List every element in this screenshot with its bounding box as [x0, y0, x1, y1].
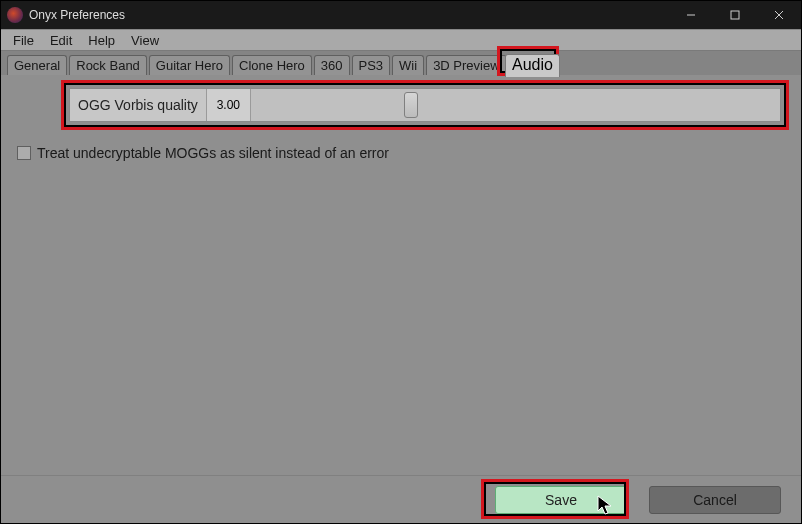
tab-clone-hero[interactable]: Clone Hero [232, 55, 312, 75]
mogg-checkbox-row: Treat undecryptable MOGGs as silent inst… [17, 145, 389, 161]
menu-view[interactable]: View [123, 32, 167, 49]
cancel-button-label: Cancel [693, 492, 737, 508]
bottom-button-bar: Save Cancel [1, 475, 801, 523]
slider-thumb[interactable] [404, 92, 418, 118]
tab-wii[interactable]: Wii [392, 55, 424, 75]
window-title: Onyx Preferences [29, 8, 669, 22]
svg-rect-0 [731, 11, 739, 19]
tab-general[interactable]: General [7, 55, 67, 75]
ogg-quality-label: OGG Vorbis quality [70, 89, 207, 121]
ogg-quality-row: OGG Vorbis quality 3.00 [69, 88, 781, 122]
save-button[interactable]: Save [495, 486, 627, 514]
tab-ps3[interactable]: PS3 [352, 55, 391, 75]
cancel-button[interactable]: Cancel [649, 486, 781, 514]
tab-strip: General Rock Band Guitar Hero Clone Hero… [1, 51, 801, 75]
ogg-quality-value[interactable]: 3.00 [207, 89, 251, 121]
save-button-label: Save [545, 492, 577, 508]
tab-audio[interactable]: Audio [505, 54, 560, 77]
mogg-checkbox[interactable] [17, 146, 31, 160]
menubar: File Edit Help View [1, 29, 801, 51]
maximize-button[interactable] [713, 1, 757, 29]
close-button[interactable] [757, 1, 801, 29]
mogg-checkbox-label: Treat undecryptable MOGGs as silent inst… [37, 145, 389, 161]
menu-help[interactable]: Help [80, 32, 123, 49]
menu-edit[interactable]: Edit [42, 32, 80, 49]
titlebar: Onyx Preferences [1, 1, 801, 29]
tab-360[interactable]: 360 [314, 55, 350, 75]
tab-3d-preview[interactable]: 3D Preview [426, 55, 506, 75]
tab-rock-band[interactable]: Rock Band [69, 55, 147, 75]
app-icon [7, 7, 23, 23]
minimize-button[interactable] [669, 1, 713, 29]
menu-file[interactable]: File [5, 32, 42, 49]
ogg-quality-slider[interactable] [251, 89, 780, 121]
tab-guitar-hero[interactable]: Guitar Hero [149, 55, 230, 75]
tab-content-audio: OGG Vorbis quality 3.00 Treat undecrypta… [1, 75, 801, 475]
